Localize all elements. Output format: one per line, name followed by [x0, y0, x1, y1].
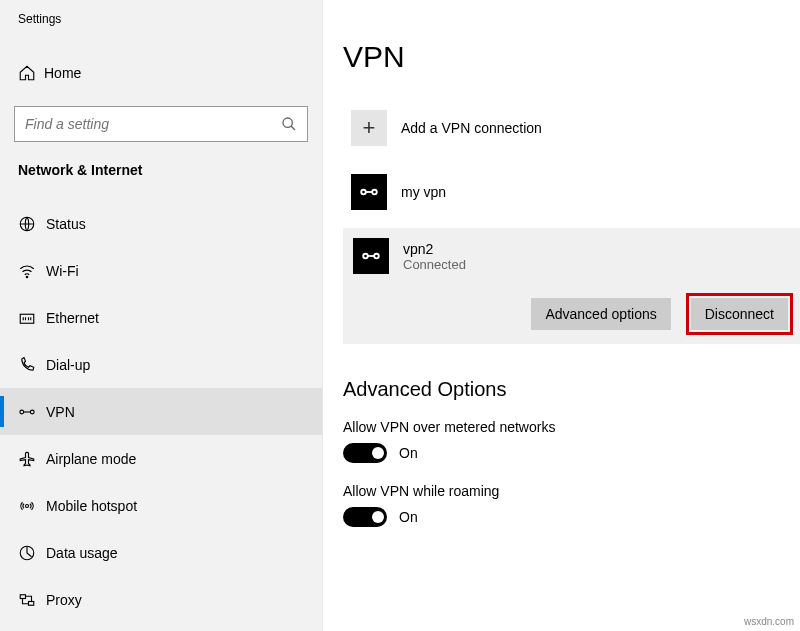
nav-label: Data usage [46, 545, 118, 561]
sidebar-item-airplane[interactable]: Airplane mode [0, 435, 322, 482]
nav-label: Status [46, 216, 86, 232]
window-title: Settings [0, 0, 322, 34]
toggle-label-roaming: Allow VPN while roaming [343, 483, 800, 499]
vpn-name: vpn2 [403, 241, 466, 257]
nav-label: VPN [46, 404, 75, 420]
sidebar-item-home[interactable]: Home [0, 54, 322, 92]
svg-rect-9 [20, 594, 25, 598]
airplane-icon [18, 450, 46, 468]
svg-point-0 [283, 118, 292, 127]
sidebar-item-hotspot[interactable]: Mobile hotspot [0, 482, 322, 529]
home-label: Home [44, 65, 81, 81]
page-title: VPN [343, 40, 800, 74]
vpn-name: my vpn [401, 184, 446, 200]
hotspot-icon [18, 497, 46, 515]
advanced-options-title: Advanced Options [343, 378, 800, 401]
section-header: Network & Internet [0, 142, 322, 188]
ethernet-icon [18, 309, 46, 327]
watermark: wsxdn.com [744, 616, 794, 627]
svg-rect-10 [29, 601, 34, 605]
vpn-item-myvpn[interactable]: my vpn [343, 166, 800, 218]
vpn-item-selected: vpn2 Connected Advanced options Disconne… [343, 228, 800, 344]
add-vpn-label: Add a VPN connection [401, 120, 542, 136]
search-icon [281, 116, 297, 132]
svg-point-7 [26, 504, 29, 507]
svg-rect-4 [20, 314, 34, 323]
nav-label: Proxy [46, 592, 82, 608]
svg-line-1 [291, 126, 295, 130]
sidebar-item-vpn[interactable]: VPN [0, 388, 322, 435]
disconnect-button[interactable]: Disconnect [691, 298, 788, 330]
sidebar-item-datausage[interactable]: Data usage [0, 529, 322, 576]
toggle-roaming: Allow VPN while roaming On [343, 483, 800, 527]
svg-point-14 [374, 254, 379, 259]
svg-point-12 [372, 190, 377, 195]
toggle-label-metered: Allow VPN over metered networks [343, 419, 800, 435]
wifi-icon [18, 262, 46, 280]
vpn-action-buttons: Advanced options Disconnect [353, 298, 788, 330]
home-icon [18, 64, 44, 82]
sidebar-item-ethernet[interactable]: Ethernet [0, 294, 322, 341]
dialup-icon [18, 356, 46, 374]
sidebar-item-status[interactable]: Status [0, 200, 322, 247]
main-panel: VPN + Add a VPN connection my vpn vpn2 C… [323, 0, 800, 631]
vpn-status: Connected [403, 257, 466, 272]
svg-point-11 [361, 190, 366, 195]
search-input-container[interactable] [14, 106, 308, 142]
toggle-switch-metered[interactable] [343, 443, 387, 463]
toggle-state-roaming: On [399, 509, 418, 525]
nav-label: Dial-up [46, 357, 90, 373]
vpn-tile-icon [353, 238, 389, 274]
toggle-state-metered: On [399, 445, 418, 461]
nav-label: Wi-Fi [46, 263, 79, 279]
toggle-switch-roaming[interactable] [343, 507, 387, 527]
nav-label: Ethernet [46, 310, 99, 326]
search-input[interactable] [25, 116, 281, 132]
proxy-icon [18, 591, 46, 609]
sidebar: Settings Home Network & Internet Status … [0, 0, 323, 631]
nav-label: Mobile hotspot [46, 498, 137, 514]
svg-point-13 [363, 254, 368, 259]
plus-icon: + [351, 110, 387, 146]
advanced-options-button[interactable]: Advanced options [531, 298, 670, 330]
datausage-icon [18, 544, 46, 562]
svg-point-6 [30, 410, 34, 414]
nav-list: Status Wi-Fi Ethernet Dial-up VPN [0, 200, 322, 623]
status-icon [18, 215, 46, 233]
svg-point-3 [26, 276, 28, 278]
nav-label: Airplane mode [46, 451, 136, 467]
vpn-icon [18, 403, 46, 421]
sidebar-item-dialup[interactable]: Dial-up [0, 341, 322, 388]
add-vpn-connection[interactable]: + Add a VPN connection [343, 102, 800, 154]
vpn-tile-icon [351, 174, 387, 210]
svg-point-5 [20, 410, 24, 414]
sidebar-item-wifi[interactable]: Wi-Fi [0, 247, 322, 294]
toggle-metered: Allow VPN over metered networks On [343, 419, 800, 463]
vpn-item-vpn2[interactable]: vpn2 Connected [353, 238, 788, 274]
sidebar-item-proxy[interactable]: Proxy [0, 576, 322, 623]
